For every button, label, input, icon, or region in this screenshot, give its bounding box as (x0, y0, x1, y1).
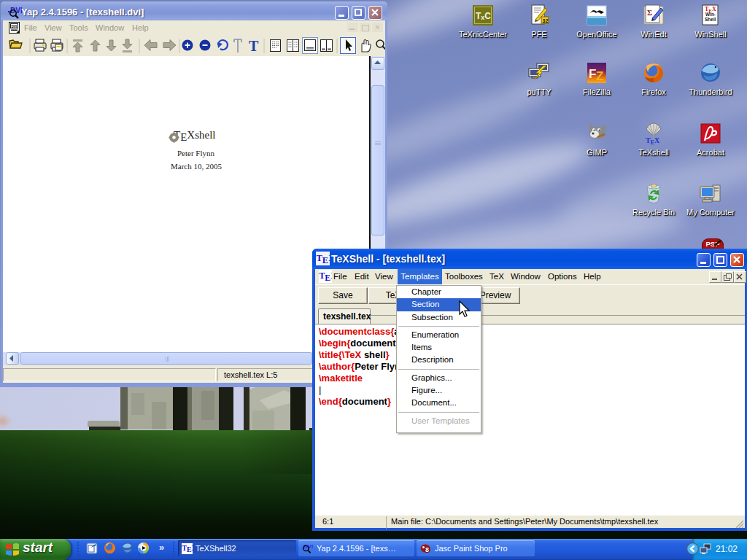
svg-text:F: F (589, 67, 596, 81)
svg-text:DVI: DVI (11, 25, 17, 28)
svg-text:T: T (249, 38, 259, 54)
svg-text:Σ: Σ (647, 8, 652, 17)
svg-text:Shell: Shell (705, 17, 716, 22)
svg-text:TEX: TEX (319, 271, 332, 282)
svg-text:Z: Z (596, 69, 603, 83)
svg-text:Win-: Win- (705, 12, 716, 17)
svg-text:32: 32 (543, 18, 549, 23)
svg-text:TEX: TEX (646, 136, 660, 145)
svg-text:8: 8 (425, 546, 429, 553)
